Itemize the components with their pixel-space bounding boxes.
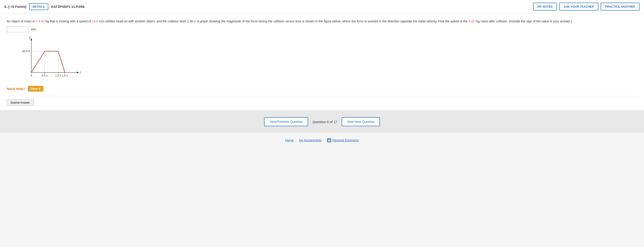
answer-row: m/s <box>7 26 637 32</box>
speed-value: 13.6 <box>92 20 98 23</box>
unit-label: m/s <box>31 28 36 31</box>
svg-text:0: 0 <box>31 74 32 77</box>
text-end: -kg mass after collision. (Include the s… <box>476 20 572 23</box>
svg-text:1.0 s: 1.0 s <box>55 74 61 77</box>
calendar-icon: + <box>327 138 331 142</box>
svg-text:40.0 N: 40.0 N <box>22 50 30 53</box>
header-actions: MY NOTES ASK YOUR TEACHER PRACTICE ANOTH… <box>533 3 640 11</box>
submit-row: Submit Answer <box>7 99 637 106</box>
mass-value-2: 4.42 <box>468 20 474 23</box>
svg-marker-3 <box>77 72 79 73</box>
svg-text:F: F <box>29 37 31 40</box>
svg-text:+: + <box>328 140 330 142</box>
graph-container: F t 40.0 N 0 0.5 s 1.0 s 1. <box>20 37 83 81</box>
request-extension-link[interactable]: + Request Extension <box>327 138 359 142</box>
navigation-section: View Previous Question Question 6 of 17 … <box>0 111 644 133</box>
header-bar: 6. [–/4 Points] DETAILS KATZPSEF1 11.P.0… <box>0 0 644 14</box>
request-extension-label: Request Extension <box>332 138 359 142</box>
view-previous-question-button[interactable]: View Previous Question <box>264 117 308 126</box>
problem-text: An object of mass m = 4.42 kg that is mo… <box>7 19 637 24</box>
ask-teacher-button[interactable]: ASK YOUR TEACHER <box>559 3 598 11</box>
main-content: An object of mass m = 4.42 kg that is mo… <box>0 14 644 111</box>
footer: Home My Assignments + Request Extension <box>0 133 644 148</box>
text-after-speed: m/s collides head-on with another object… <box>99 20 468 23</box>
home-link[interactable]: Home <box>285 138 294 142</box>
svg-text:0.5 s: 0.5 s <box>42 74 48 77</box>
my-notes-button[interactable]: MY NOTES <box>533 3 557 11</box>
read-it-button[interactable]: Read It <box>28 86 44 92</box>
svg-text:1.5 s: 1.5 s <box>62 74 68 77</box>
submit-answer-button[interactable]: Submit Answer <box>7 99 34 106</box>
force-graph: F t 40.0 N 0 0.5 s 1.0 s 1. <box>20 37 83 81</box>
practice-another-button[interactable]: PRACTICE ANOTHER <box>600 3 640 11</box>
answer-input[interactable] <box>7 26 29 32</box>
question-info: Question 6 of 17 <box>312 120 337 124</box>
my-assignments-link[interactable]: My Assignments <box>299 138 322 142</box>
question-label: 6. [–/4 Points] <box>4 5 26 9</box>
text-before: An object of mass <box>7 20 32 23</box>
text-kg: kg that is moving with a speed of <box>46 20 92 23</box>
need-help-row: Need Help? Read It <box>7 86 637 92</box>
svg-text:t: t <box>80 71 81 74</box>
question-code: KATZPSEF1 11.P.059. <box>51 5 530 9</box>
equals: = <box>36 20 39 23</box>
mass-value: 4.42 <box>39 20 45 23</box>
mass-variable: m <box>32 20 35 23</box>
need-help-label: Need Help? <box>7 87 25 91</box>
details-button[interactable]: DETAILS <box>29 3 48 10</box>
view-next-question-button[interactable]: View Next Question <box>342 117 380 126</box>
